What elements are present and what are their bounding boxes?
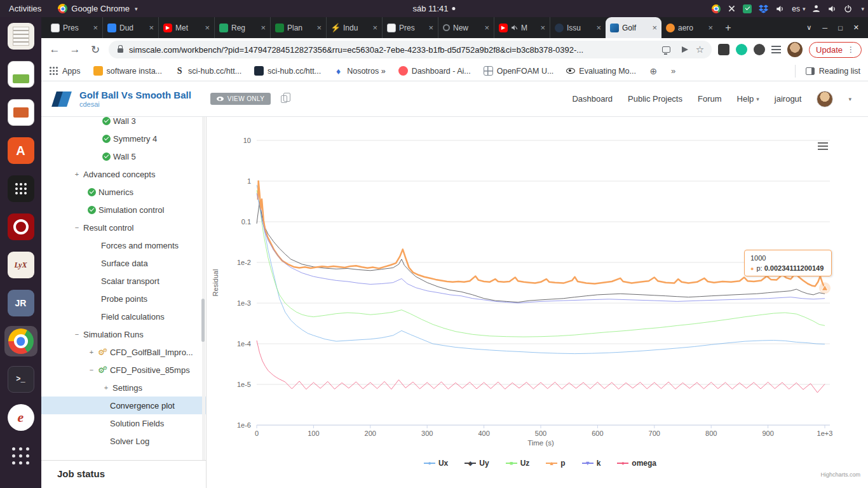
legend-item-omega[interactable]: ●omega	[617, 459, 656, 468]
project-owner[interactable]: cdesai	[79, 100, 191, 109]
dropbox-icon[interactable]	[759, 4, 768, 13]
bookmark-item[interactable]: software insta...	[93, 66, 163, 76]
dock-text-editor[interactable]	[4, 21, 37, 51]
browser-menu-icon[interactable]: ⋮	[847, 45, 855, 54]
forward-button[interactable]: →	[68, 43, 82, 56]
browser-tab[interactable]: ⚡Indu×	[326, 17, 382, 38]
browser-tab[interactable]: Plan×	[270, 17, 326, 38]
tree-item[interactable]: Wall 3	[41, 117, 206, 130]
legend-item-k[interactable]: ▼k	[582, 459, 601, 468]
bookmark-item[interactable]: Ssci-hub.cc/htt...	[175, 66, 241, 76]
tree-item[interactable]: +Settings	[41, 379, 206, 396]
legend-item-Uy[interactable]: ◆Uy	[465, 459, 489, 468]
series-line-omega[interactable]	[257, 341, 825, 393]
tab-close-button[interactable]: ×	[149, 23, 154, 32]
window-close-button[interactable]: ✕	[853, 24, 859, 32]
dock-ubuntu-software[interactable]: A	[4, 135, 37, 166]
dock-libreoffice-impress[interactable]	[4, 97, 37, 128]
tab-close-button[interactable]: ×	[428, 23, 433, 32]
browser-tab[interactable]: Golf×	[606, 17, 661, 38]
tree-item[interactable]: +⚙⚙CFD_GolfBall_Impro...	[41, 343, 206, 361]
browser-tab[interactable]: Issu×	[550, 17, 606, 38]
bookmark-item[interactable]: Evaluating Mo...	[566, 67, 636, 76]
user-avatar[interactable]	[817, 91, 833, 107]
address-bar[interactable]: simscale.com/workbench/?pid=147947284512…	[109, 41, 712, 58]
tree-item[interactable]: +Advanced concepts	[41, 165, 206, 183]
send-to-device-icon[interactable]	[662, 46, 670, 53]
tree-item[interactable]: Scalar transport	[41, 272, 206, 290]
tree-item[interactable]: −⚙⚙CFD_Positive_85mps	[41, 361, 206, 379]
job-status-header[interactable]: Job status	[41, 460, 206, 488]
grammarly-extension-icon[interactable]	[736, 44, 747, 55]
tab-search-icon[interactable]: ∨	[806, 24, 811, 32]
tab-close-button[interactable]: ×	[540, 23, 545, 32]
power-icon[interactable]	[844, 4, 853, 13]
tree-item[interactable]: −Result control	[41, 219, 206, 236]
dock-jabref[interactable]: JR	[4, 288, 37, 318]
legend-item-p[interactable]: ▲p	[546, 459, 565, 468]
tab-close-button[interactable]: ×	[205, 23, 210, 32]
panel-scrollbar[interactable]	[202, 117, 205, 460]
extension-icon-3[interactable]	[771, 46, 781, 53]
series-line-Ux[interactable]	[257, 185, 825, 353]
project-title[interactable]: Golf Ball Vs Smooth Ball	[79, 90, 191, 100]
tab-close-button[interactable]: ×	[372, 23, 377, 32]
tweaks-icon[interactable]	[728, 4, 736, 13]
expander-minus-icon[interactable]: −	[73, 330, 81, 338]
window-minimize-button[interactable]: ─	[822, 24, 827, 32]
expander-plus-icon[interactable]: +	[102, 384, 110, 391]
chart-context-menu-icon[interactable]	[818, 142, 828, 150]
bookmark-item[interactable]: ♦Nosotros »	[334, 66, 385, 76]
nav-help[interactable]: Help▾	[737, 94, 759, 104]
reload-button[interactable]: ↻	[88, 43, 102, 57]
expander-minus-icon[interactable]: −	[88, 366, 95, 374]
bookmarks-overflow-chevron[interactable]: »	[671, 66, 675, 76]
tree-item[interactable]: Simulation control	[41, 201, 206, 219]
nav-public-projects[interactable]: Public Projects	[628, 94, 682, 104]
window-maximize-button[interactable]: □	[838, 24, 843, 32]
dock-terminal[interactable]: >_	[4, 364, 37, 395]
extension-icon-1[interactable]	[718, 44, 729, 55]
simscale-logo[interactable]	[53, 90, 72, 108]
series-line-k[interactable]	[257, 193, 825, 303]
tree-item[interactable]: Solver Log	[41, 432, 206, 450]
highcharts-credits[interactable]: Highcharts.com	[820, 471, 860, 478]
clock[interactable]: sáb 11:41	[412, 4, 455, 13]
legend-item-Ux[interactable]: ●Ux	[424, 459, 448, 468]
tree-item[interactable]: Forces and moments	[41, 236, 206, 254]
language-indicator[interactable]: es ▾	[792, 4, 805, 13]
bookmark-star-icon[interactable]: ☆	[696, 44, 704, 55]
chrome-indicator-icon[interactable]	[712, 4, 721, 13]
legend-item-Uz[interactable]: ■Uz	[506, 459, 530, 468]
tab-close-button[interactable]: ×	[708, 23, 713, 32]
expander-minus-icon[interactable]: −	[73, 224, 81, 231]
tree-item[interactable]: Surface data	[41, 254, 206, 272]
series-line-Uy[interactable]	[257, 201, 825, 302]
chrome-update-button[interactable]: Update ⋮	[809, 42, 862, 58]
caret-down-icon[interactable]: ▾	[861, 6, 864, 12]
expander-plus-icon[interactable]: +	[73, 170, 81, 178]
lock-icon[interactable]	[118, 48, 123, 53]
tree-item[interactable]: Field calculations	[41, 308, 206, 325]
reading-list-button[interactable]: Reading list	[795, 65, 860, 78]
browser-tab[interactable]: Pres×	[46, 17, 102, 38]
browser-tab[interactable]: ▶M×	[494, 17, 550, 38]
tab-close-button[interactable]: ×	[652, 23, 657, 32]
tab-close-button[interactable]: ×	[484, 23, 489, 32]
bookmark-item[interactable]: Dashboard - Ai...	[398, 66, 471, 76]
browser-tab[interactable]: aero×	[661, 17, 717, 38]
volume-icon[interactable]	[827, 4, 837, 13]
back-button[interactable]: ←	[48, 43, 62, 56]
url-text[interactable]: simscale.com/workbench/?pid=147947284512…	[129, 45, 656, 55]
nav-forum[interactable]: Forum	[698, 94, 722, 104]
tree-item[interactable]: −Simulation Runs	[41, 325, 206, 343]
tree-item[interactable]: Numerics	[41, 183, 206, 201]
app-menu[interactable]: Google Chrome ▾	[58, 4, 137, 13]
share-icon[interactable]	[682, 46, 688, 53]
extension-icon-2[interactable]	[754, 44, 765, 55]
tab-close-button[interactable]: ×	[316, 23, 322, 32]
scrollbar-thumb[interactable]	[201, 299, 205, 342]
tree-item[interactable]: Symmetry 4	[41, 130, 206, 147]
tree-item[interactable]: Convergence plot	[41, 396, 206, 414]
tab-close-button[interactable]: ×	[261, 23, 266, 32]
